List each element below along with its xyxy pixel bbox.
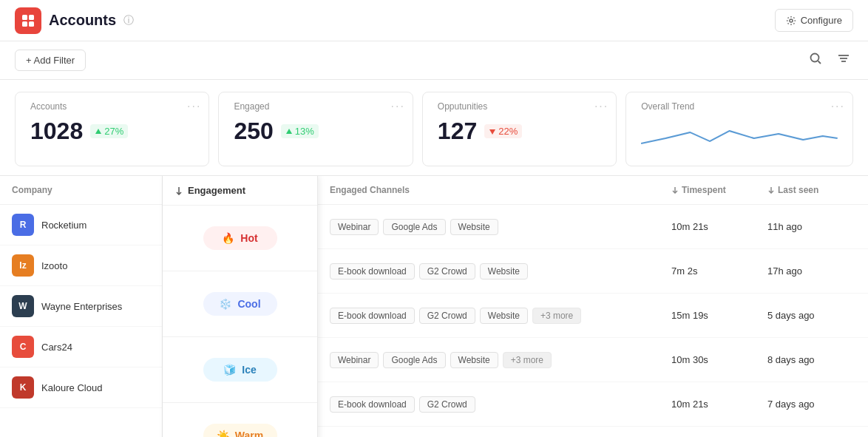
tag-more[interactable]: +3 more xyxy=(532,308,581,324)
stat-label-accounts: Accounts xyxy=(30,101,194,112)
avatar: K xyxy=(12,376,34,399)
filter-button[interactable] xyxy=(834,49,853,72)
warm-label: Warm xyxy=(235,430,263,437)
timespent-cell: 7m 2s xyxy=(671,265,767,277)
tag: Website xyxy=(450,219,498,235)
configure-button[interactable]: Configure xyxy=(775,9,853,32)
tag: Webinar xyxy=(330,352,379,368)
sort-down-icon xyxy=(174,186,183,195)
tag: Website xyxy=(480,308,528,324)
lastseen-cell: 5 days ago xyxy=(767,310,856,321)
engagement-row-ice[interactable]: 🧊 Ice xyxy=(163,337,317,403)
svg-marker-10 xyxy=(95,129,101,134)
tag: Website xyxy=(480,263,528,280)
svg-rect-0 xyxy=(22,15,27,20)
company-row[interactable]: K Kaloure Cloud xyxy=(0,367,162,408)
svg-rect-2 xyxy=(22,21,27,27)
data-row[interactable]: Webinar Google Ads Website 10m 21s 11h a… xyxy=(318,205,868,249)
trend-chart xyxy=(641,118,838,155)
timespent-cell: 10m 21s xyxy=(671,221,767,232)
engagement-header-label: Engagement xyxy=(188,185,245,196)
stat-card-engaged: ··· Engaged 250 13% xyxy=(218,92,413,166)
timespent-cell: 15m 19s xyxy=(671,310,767,321)
company-name: Wayne Enterprises xyxy=(41,301,122,312)
data-row[interactable]: E-book download G2 Crowd Website +3 more… xyxy=(318,294,868,338)
svg-point-4 xyxy=(790,19,793,22)
tag: G2 Crowd xyxy=(419,396,475,413)
stat-value-opportunities: 127 xyxy=(438,118,477,145)
company-row[interactable]: R Rocketium xyxy=(0,205,162,245)
trend-card: ··· Overall Trend xyxy=(625,92,853,166)
timespent-cell: 10m 21s xyxy=(671,399,767,410)
data-row[interactable]: E-book download G2 Crowd Website 7m 2s 1… xyxy=(318,249,868,294)
stat-card-accounts: ··· Accounts 1028 27% xyxy=(15,92,209,166)
search-button[interactable] xyxy=(806,49,825,72)
data-row[interactable]: E-book download G2 Crowd 10m 21s 7 days … xyxy=(318,382,868,427)
more-options-trend[interactable]: ··· xyxy=(831,100,845,113)
tag-more[interactable]: +3 more xyxy=(503,352,552,368)
lastseen-cell: 7 days ago xyxy=(767,399,856,410)
col-header-engaged: Engaged Channels xyxy=(330,185,671,195)
app-icon xyxy=(15,7,41,34)
more-options-accounts[interactable]: ··· xyxy=(187,100,201,113)
lastseen-cell: 8 days ago xyxy=(767,354,856,365)
warm-badge: ☀️ Warm xyxy=(203,424,277,437)
tag: E-book download xyxy=(330,308,415,324)
engagement-row-hot[interactable]: 🔥 Hot xyxy=(163,206,317,271)
header: Accounts ⓘ Configure xyxy=(0,0,868,41)
hot-icon: 🔥 xyxy=(222,232,234,244)
tags-cell: E-book download G2 Crowd Website xyxy=(330,263,671,280)
avatar: W xyxy=(12,295,34,317)
ice-icon: 🧊 xyxy=(223,364,236,376)
add-filter-button[interactable]: + Add Filter xyxy=(15,50,86,71)
stats-row: ··· Accounts 1028 27% ··· Engaged 250 13… xyxy=(0,80,868,176)
stat-card-opportunities: ··· Opputunities 127 22% xyxy=(422,92,617,166)
avatar: R xyxy=(12,214,34,236)
stat-label-engaged: Engaged xyxy=(234,101,397,112)
svg-rect-3 xyxy=(29,21,34,27)
more-options-opportunities[interactable]: ··· xyxy=(594,100,608,113)
hot-label: Hot xyxy=(240,232,257,244)
avatar: Iz xyxy=(12,254,34,277)
engagement-row-warm[interactable]: ☀️ Warm xyxy=(163,403,317,437)
more-options-engaged[interactable]: ··· xyxy=(391,100,405,113)
cool-icon: ❄️ xyxy=(219,298,231,310)
hot-badge: 🔥 Hot xyxy=(203,226,277,250)
company-row[interactable]: Iz Izooto xyxy=(0,245,162,286)
sort-icon-timespent xyxy=(671,186,679,194)
cool-badge: ❄️ Cool xyxy=(203,292,277,316)
tag: Webinar xyxy=(330,219,379,235)
svg-marker-12 xyxy=(489,129,495,135)
info-icon[interactable]: ⓘ xyxy=(123,14,134,27)
ice-badge: 🧊 Ice xyxy=(203,358,277,382)
tag: Website xyxy=(450,352,498,368)
company-name: Cars24 xyxy=(41,342,72,353)
lastseen-cell: 11h ago xyxy=(767,221,856,232)
tag: E-book download xyxy=(330,396,415,413)
col-header-timespent: Timespent xyxy=(671,185,767,195)
timespent-cell: 10m 30s xyxy=(671,354,767,365)
tag: Google Ads xyxy=(383,352,445,368)
company-col-header: Company xyxy=(0,176,162,205)
stat-badge-engaged: 13% xyxy=(281,124,319,138)
tags-cell: E-book download G2 Crowd Website +3 more xyxy=(330,308,671,324)
company-row[interactable]: W Wayne Enterprises xyxy=(0,286,162,327)
trend-label: Overall Trend xyxy=(641,101,838,112)
stat-value-accounts: 1028 xyxy=(30,118,83,145)
stat-label-opportunities: Opputunities xyxy=(438,101,601,112)
company-column: Company R Rocketium Iz Izooto W Wayne En… xyxy=(0,176,163,437)
toolbar-left: + Add Filter xyxy=(15,50,86,71)
add-filter-label: + Add Filter xyxy=(26,55,75,66)
sort-icon-lastseen xyxy=(767,186,775,194)
company-name: Izooto xyxy=(41,260,67,271)
svg-line-6 xyxy=(818,61,821,64)
company-row[interactable]: C Cars24 xyxy=(0,327,162,367)
toolbar-right xyxy=(806,49,853,72)
svg-marker-11 xyxy=(286,129,292,134)
lastseen-cell: 17h ago xyxy=(767,265,856,277)
engagement-row-cool[interactable]: ❄️ Cool xyxy=(163,271,317,337)
avatar: C xyxy=(12,336,34,358)
col-header-lastseen: Last seen xyxy=(767,185,856,195)
data-row[interactable]: Webinar Google Ads Website +3 more 10m 3… xyxy=(318,338,868,382)
ice-label: Ice xyxy=(242,364,256,376)
